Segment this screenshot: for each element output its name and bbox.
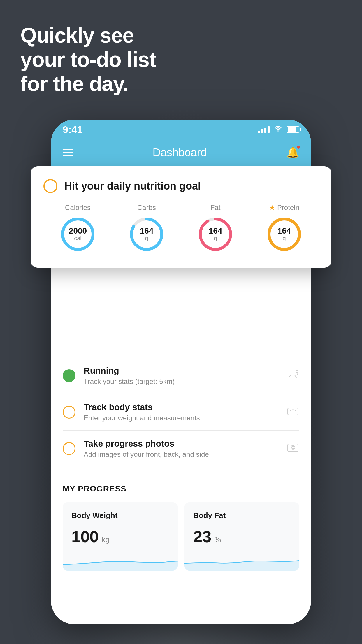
status-icons	[258, 125, 299, 134]
protein-donut: 164 g	[265, 215, 303, 253]
signal-icon	[258, 126, 270, 133]
body-fat-value: 23	[193, 527, 211, 546]
todo-circle-running	[63, 369, 75, 382]
notification-bell[interactable]: 🔔	[286, 146, 299, 159]
nutrition-card: Hit your daily nutrition goal Calories 2…	[31, 166, 331, 268]
battery-icon	[287, 126, 299, 133]
notification-dot	[296, 145, 301, 149]
todo-name-photos: Take progress photos	[84, 439, 282, 449]
calories-donut-center: 2000 cal	[59, 215, 97, 253]
svg-rect-3	[288, 444, 298, 452]
fat-donut-center: 164 g	[196, 215, 234, 253]
body-fat-chart	[184, 553, 299, 570]
todo-circle-body-stats	[63, 406, 75, 419]
macro-calories-label: Calories	[65, 204, 91, 212]
my-progress-section: MY PROGRESS Body Weight 100 kg	[51, 473, 311, 576]
protein-label-text: Protein	[277, 204, 299, 212]
todo-item-body-stats[interactable]: Track body stats Enter your weight and m…	[63, 394, 299, 430]
body-weight-unit: kg	[101, 535, 109, 544]
scale-icon	[287, 406, 299, 419]
photo-icon	[287, 442, 299, 455]
todo-desc-running: Track your stats (target: 5km)	[84, 377, 282, 386]
nutrition-card-title: Hit your daily nutrition goal	[64, 180, 201, 192]
todo-text-running: Running Track your stats (target: 5km)	[84, 366, 282, 386]
macros-row: Calories 2000 cal Carbs	[43, 204, 319, 253]
hero-line3: for the day.	[20, 72, 156, 96]
status-bar: 9:41	[51, 120, 311, 139]
body-weight-value-row: 100 kg	[71, 527, 169, 546]
progress-header: MY PROGRESS	[63, 484, 299, 494]
nutrition-circle-radio	[43, 179, 57, 193]
todo-item-running[interactable]: Running Track your stats (target: 5km)	[63, 358, 299, 394]
body-fat-title: Body Fat	[193, 511, 291, 520]
body-weight-card: Body Weight 100 kg	[63, 502, 178, 570]
wifi-icon	[274, 125, 282, 134]
todo-text-photos: Take progress photos Add images of your …	[84, 439, 282, 459]
todo-item-photos[interactable]: Take progress photos Add images of your …	[63, 430, 299, 467]
nutrition-title-row: Hit your daily nutrition goal	[43, 179, 319, 193]
nav-bar: Dashboard 🔔	[51, 139, 311, 166]
star-icon: ★	[269, 204, 275, 212]
macro-protein: ★ Protein 164 g	[265, 204, 303, 253]
fat-unit: g	[214, 235, 217, 242]
carbs-donut-center: 164 g	[128, 215, 166, 253]
svg-point-5	[292, 446, 294, 449]
macro-protein-label: ★ Protein	[269, 204, 299, 212]
progress-cards: Body Weight 100 kg Body Fat	[63, 502, 299, 570]
body-fat-value-row: 23 %	[193, 527, 291, 546]
macro-carbs: Carbs 164 g	[128, 204, 166, 253]
fat-value: 164	[209, 227, 222, 235]
todo-text-body-stats: Track body stats Enter your weight and m…	[84, 402, 282, 422]
nav-title: Dashboard	[153, 146, 207, 159]
macro-carbs-label: Carbs	[137, 204, 156, 212]
carbs-unit: g	[145, 235, 148, 242]
calories-value: 2000	[69, 227, 87, 235]
protein-donut-center: 164 g	[265, 215, 303, 253]
protein-value: 164	[277, 227, 291, 235]
macro-fat-label: Fat	[210, 204, 221, 212]
hero-line2: your to-do list	[20, 48, 156, 72]
body-weight-value: 100	[71, 527, 99, 546]
todo-list: Running Track your stats (target: 5km) T…	[51, 358, 311, 467]
todo-name-running: Running	[84, 366, 282, 376]
hamburger-menu[interactable]	[63, 149, 73, 156]
todo-circle-photos	[63, 442, 75, 455]
running-icon	[287, 369, 299, 382]
macro-calories: Calories 2000 cal	[59, 204, 97, 253]
macro-fat: Fat 164 g	[196, 204, 234, 253]
carbs-value: 164	[140, 227, 154, 235]
calories-donut: 2000 cal	[59, 215, 97, 253]
body-fat-card: Body Fat 23 %	[184, 502, 299, 570]
body-fat-unit: %	[214, 535, 221, 544]
protein-unit: g	[282, 235, 286, 242]
calories-unit: cal	[74, 235, 82, 242]
svg-point-0	[296, 370, 298, 373]
todo-desc-body-stats: Enter your weight and measurements	[84, 414, 282, 422]
fat-donut: 164 g	[196, 215, 234, 253]
status-time: 9:41	[63, 124, 82, 135]
hero-text: Quickly see your to-do list for the day.	[20, 23, 156, 96]
todo-desc-photos: Add images of your front, back, and side	[84, 450, 282, 459]
carbs-donut: 164 g	[128, 215, 166, 253]
hero-line1: Quickly see	[20, 23, 156, 48]
body-weight-chart	[63, 553, 178, 570]
body-weight-title: Body Weight	[71, 511, 169, 520]
todo-name-body-stats: Track body stats	[84, 402, 282, 412]
